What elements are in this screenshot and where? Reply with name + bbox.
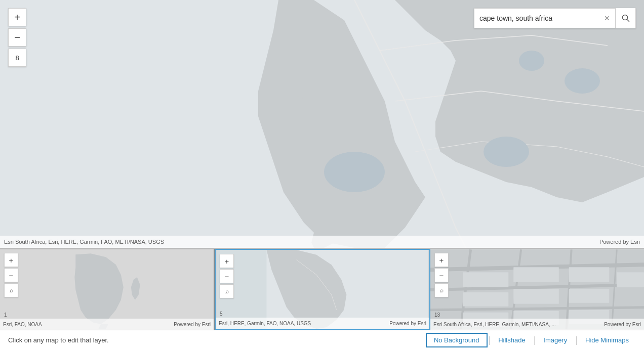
svg-point-5 — [295, 96, 303, 101]
minimap-2-locate[interactable]: ⌕ — [220, 284, 234, 298]
svg-rect-24 — [513, 289, 559, 304]
attribution-left: Esri South Africa, Esri, HERE, Garmin, F… — [4, 239, 164, 245]
minimap-1-attribution: Esri, FAO, NOAA Powered by Esri — [0, 319, 214, 330]
minimap-1-attr-right: Powered by Esri — [174, 322, 211, 327]
minimap-3-zoom-in[interactable]: + — [434, 253, 449, 267]
separator-3: | — [575, 335, 578, 345]
separator-1: | — [489, 335, 491, 345]
bottom-bar-actions: No Background | Hillshade | Imagery | Hi… — [426, 333, 636, 347]
main-map[interactable]: + − 8 ✕ Esri South Africa, Esri, HERE, G… — [0, 0, 644, 248]
minimap-3-attribution: Esri South Africa, Esri, HERE, Garmin, M… — [430, 319, 644, 330]
minimap-3-locate[interactable]: ⌕ — [434, 283, 449, 297]
minimap-3-zoom-level: 13 — [434, 312, 440, 318]
minimap-3[interactable]: + − ⌕ Esri South Africa, Esri, HERE, Gar… — [430, 249, 644, 330]
svg-point-4 — [519, 51, 544, 71]
minimap-1[interactable]: + − ⌕ Esri, FAO, NOAA Powered by Esri 1 — [0, 249, 215, 330]
bottom-panel: + − ⌕ Esri, FAO, NOAA Powered by Esri 1 — [0, 248, 644, 350]
minimap-1-zoom-in[interactable]: + — [4, 253, 18, 267]
zoom-out-button[interactable]: − — [8, 28, 26, 47]
zoom-in-button[interactable]: + — [8, 8, 26, 26]
minimap-1-zoom-level: 1 — [4, 312, 7, 318]
svg-point-3 — [565, 68, 600, 94]
minimap-1-controls: + − ⌕ — [4, 253, 18, 297]
minimap-2-background — [216, 250, 429, 329]
minimap-2-attr-left: Esri, HERE, Garmin, FAO, NOAA, USGS — [219, 321, 311, 326]
search-submit-button[interactable] — [615, 8, 635, 28]
minimap-3-attr-left: Esri South Africa, Esri, HERE, Garmin, M… — [433, 322, 556, 327]
search-bar: ✕ — [474, 8, 636, 28]
main-map-controls: + − 8 — [8, 8, 26, 67]
svg-rect-29 — [617, 272, 644, 287]
main-map-attribution: Esri South Africa, Esri, HERE, Garmin, F… — [0, 236, 644, 248]
minimap-2-attribution: Esri, HERE, Garmin, FAO, NOAA, USGS Powe… — [216, 318, 429, 329]
minimap-2-zoom-out[interactable]: − — [220, 269, 234, 283]
minimap-1-zoom-out[interactable]: − — [4, 268, 18, 282]
minimap-3-zoom-out[interactable]: − — [434, 268, 449, 282]
minimap-2[interactable]: + − ⌕ Esri, HERE, Garmin, FAO, NOAA, USG… — [215, 249, 430, 330]
svg-line-7 — [627, 20, 629, 22]
attribution-right: Powered by Esri — [599, 239, 640, 245]
hide-minimaps-button[interactable]: Hide Minimaps — [578, 334, 636, 346]
minimaps-row: + − ⌕ Esri, FAO, NOAA Powered by Esri 1 — [0, 248, 644, 330]
minimap-2-zoom-in[interactable]: + — [220, 254, 234, 268]
no-background-button[interactable]: No Background — [426, 333, 488, 347]
svg-point-1 — [324, 152, 385, 192]
bottom-bar-hint: Click on any map to edit that layer. — [8, 336, 109, 344]
minimap-1-background — [0, 249, 214, 330]
svg-rect-25 — [569, 289, 610, 303]
search-input[interactable] — [474, 14, 599, 22]
imagery-button[interactable]: Imagery — [536, 334, 574, 346]
search-icon — [622, 14, 630, 22]
svg-point-2 — [484, 137, 529, 167]
main-map-background — [0, 0, 644, 248]
minimap-1-locate[interactable]: ⌕ — [4, 283, 18, 297]
zoom-level-display: 8 — [8, 49, 26, 67]
hillshade-button[interactable]: Hillshade — [491, 334, 532, 346]
minimap-3-background — [430, 249, 644, 330]
bottom-bar: Click on any map to edit that layer. No … — [0, 330, 644, 350]
svg-rect-20 — [463, 272, 509, 287]
separator-2: | — [534, 335, 536, 345]
minimap-2-zoom-level: 5 — [220, 311, 223, 317]
svg-rect-21 — [513, 267, 559, 282]
minimap-3-attr-right: Powered by Esri — [604, 322, 641, 327]
minimap-3-controls: + − ⌕ — [434, 253, 449, 297]
search-clear-button[interactable]: ✕ — [599, 8, 615, 28]
svg-rect-22 — [569, 267, 610, 282]
svg-rect-23 — [463, 292, 509, 307]
minimap-2-attr-right: Powered by Esri — [389, 321, 426, 326]
minimap-2-controls: + − ⌕ — [220, 254, 234, 298]
minimap-1-attr-left: Esri, FAO, NOAA — [3, 322, 42, 327]
